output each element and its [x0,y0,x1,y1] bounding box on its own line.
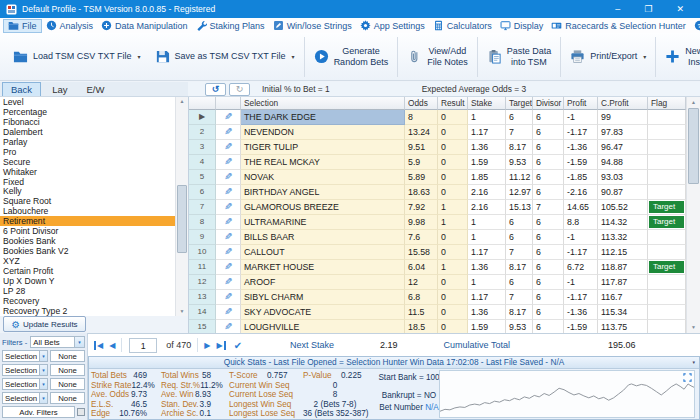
cprofit-cell[interactable]: 96.47 [598,140,648,155]
flag-cell[interactable] [648,110,686,125]
target-cell[interactable]: 6 [506,275,533,290]
quick-stats-header[interactable]: Quick Stats - Last File Opened = Selecti… [89,357,699,369]
print-export-button[interactable]: Print/Export▾ [563,45,653,68]
edit-row-cell[interactable]: ✎ [216,140,241,155]
menu-item-help[interactable]: ?Help [690,19,700,33]
divisor-cell[interactable]: 6 [533,170,564,185]
header-cprofit[interactable]: C.Profit [598,97,648,110]
row-number[interactable]: 9 [189,230,216,245]
stake-cell[interactable]: 1.59 [468,155,506,170]
target-cell[interactable]: 15.13 [506,200,533,215]
table-scrollbar[interactable]: ▲ ▼ [686,97,700,333]
new-instance-button[interactable]: New TSMInstance▾ [658,42,700,72]
sidebar-plan-6-point-divisor[interactable]: 6 Point Divisor [0,226,175,236]
sidebar-plan-up-x-down-y[interactable]: Up X Down Y [0,276,175,286]
selection-cell[interactable]: NOVAK [241,170,405,185]
selection-filter-dropdown[interactable]: Selection▾ [2,392,48,404]
selection-filter-value[interactable]: None [50,378,85,390]
row-number[interactable]: 7 [189,200,216,215]
edit-row-cell[interactable]: ✎ [216,230,241,245]
row-number[interactable]: 8 [189,215,216,230]
commit-check-icon[interactable]: ✔ [234,340,242,351]
divisor-cell[interactable]: 6 [533,215,564,230]
row-number[interactable]: 12 [189,275,216,290]
sidebar-plan-level[interactable]: Level [0,97,175,107]
cprofit-cell[interactable]: 97.83 [598,125,648,140]
sidebar-plan-recovery-type-2[interactable]: Recovery Type 2 [0,306,175,316]
paste-data-button[interactable]: Paste Datainto TSM [480,42,559,72]
cprofit-cell[interactable]: 116.7 [598,290,648,305]
minimize-button[interactable]: – [615,4,620,14]
result-cell[interactable]: 0 [438,185,468,200]
adv-filters-checkbox[interactable] [77,408,85,416]
selection-cell[interactable]: THE REAL MCKAY [241,155,405,170]
result-cell[interactable]: 0 [438,305,468,320]
profit-cell[interactable]: -1.17 [564,290,598,305]
cprofit-cell[interactable]: 114.32 [598,215,648,230]
last-record-button[interactable]: ▶ [214,341,226,350]
result-cell[interactable]: 0 [438,170,468,185]
target-cell[interactable]: 12.97 [506,185,533,200]
expand-icon[interactable] [683,373,692,382]
edit-row-cell[interactable]: ✎ [216,245,241,260]
profit-cell[interactable]: 8.8 [564,215,598,230]
sidebar-plan-whitaker[interactable]: Whitaker [0,167,175,177]
header-divisor[interactable]: Divisor [533,97,564,110]
edit-row-cell[interactable]: ✎ [216,170,241,185]
sidebar-plan-kelly[interactable]: Kelly [0,186,175,196]
selection-cell[interactable]: SKY ADVOCATE [241,305,405,320]
odds-cell[interactable]: 18.5 [405,320,438,333]
target-cell[interactable]: 9.53 [506,320,533,333]
chevron-down-icon[interactable]: ▾ [74,337,84,347]
edit-row-cell[interactable]: ✎ [216,260,241,275]
sidebar-plan-pro[interactable]: Pro [0,147,175,157]
row-number[interactable]: 2 [189,125,216,140]
edit-row-cell[interactable]: ✎ [216,200,241,215]
scroll-down-icon[interactable]: ▼ [687,323,700,332]
header-selection[interactable]: Selection [241,97,405,110]
tab-ew[interactable]: E/W [78,83,112,96]
edit-row-cell[interactable]: ✎ [216,275,241,290]
row-number[interactable]: 3 [189,140,216,155]
row-number[interactable]: 5 [189,170,216,185]
row-number[interactable]: 10 [189,245,216,260]
plans-scrollbar[interactable]: ▲ ▼ [175,97,188,316]
divisor-cell[interactable]: 7 [533,200,564,215]
menu-item-file[interactable]: File [3,19,42,33]
chevron-down-icon[interactable]: ▾ [692,360,695,365]
chevron-down-icon[interactable]: ▾ [39,393,47,403]
target-cell[interactable]: 11.12 [506,170,533,185]
target-cell[interactable]: 8.17 [506,305,533,320]
chevron-down-icon[interactable]: ▾ [39,365,47,375]
cprofit-cell[interactable]: 118.87 [598,260,648,275]
flag-cell[interactable] [648,125,686,140]
target-cell[interactable]: 6 [506,230,533,245]
stake-cell[interactable]: 1.17 [468,125,506,140]
selection-filter-value[interactable]: None [50,350,85,362]
result-cell[interactable]: 1 [438,260,468,275]
result-cell[interactable]: 0 [438,230,468,245]
result-cell[interactable]: 0 [438,320,468,333]
sidebar-plan-secure[interactable]: Secure [0,157,175,167]
tab-lay[interactable]: Lay [44,83,75,96]
row-number[interactable]: 15 [189,320,216,333]
divisor-cell[interactable]: 6 [533,245,564,260]
result-cell[interactable]: 0 [438,110,468,125]
menu-item-staking-plans[interactable]: Staking Plans [192,19,269,33]
stake-cell[interactable]: 1.59 [468,320,506,333]
selection-cell[interactable]: AROOF [241,275,405,290]
sidebar-plan-xyz[interactable]: XYZ [0,256,175,266]
cprofit-cell[interactable]: 113.32 [598,230,648,245]
sidebar-plan-fibonacci[interactable]: Fibonacci [0,117,175,127]
profit-cell[interactable]: 6.72 [564,260,598,275]
update-results-button[interactable]: ⚙ Update Results [3,316,86,332]
current-record-input[interactable]: 1 [129,338,157,353]
edit-row-cell[interactable]: ✎ [216,305,241,320]
prev-record-button[interactable]: ◀ [106,341,118,350]
selection-filter-value[interactable]: None [50,364,85,376]
selection-cell[interactable]: MARKET HOUSE [241,260,405,275]
profit-cell[interactable]: -1 [564,230,598,245]
scroll-up-icon[interactable]: ▲ [176,97,188,106]
result-cell[interactable]: 0 [438,140,468,155]
header-flag[interactable]: Flag [648,97,686,110]
